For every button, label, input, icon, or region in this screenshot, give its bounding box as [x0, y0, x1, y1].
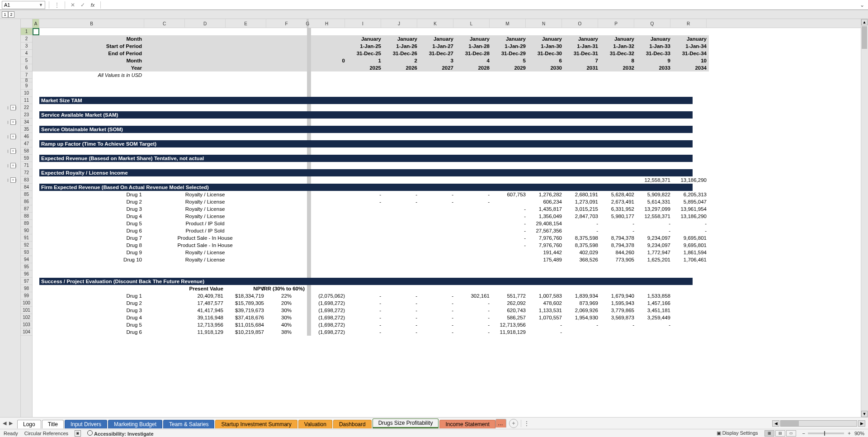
row-header-3[interactable]: 3	[21, 43, 32, 50]
row-header-58[interactable]: 58	[21, 147, 32, 155]
formula-expand-icon[interactable]: ⌄	[858, 2, 866, 8]
vertical-scrollbar[interactable]: ▲ ▼	[861, 19, 868, 417]
scroll-thumb[interactable]	[781, 421, 799, 426]
column-header-N[interactable]: N	[526, 19, 562, 28]
row-header-93[interactable]: 93	[21, 249, 32, 256]
name-box[interactable]: A1 ▼	[2, 1, 45, 9]
column-header-J[interactable]: J	[381, 19, 417, 28]
column-header-Q[interactable]: Q	[634, 19, 670, 28]
drug-name[interactable]: Drug 7	[39, 234, 144, 242]
row-header-84[interactable]: 84	[21, 184, 32, 191]
row-header-92[interactable]: 92	[21, 242, 32, 249]
scroll-track[interactable]	[780, 420, 857, 427]
horizontal-scrollbar[interactable]: ◀ ▶	[534, 420, 865, 427]
revenue-model[interactable]: Product Sale - In House	[185, 234, 226, 242]
drug-name[interactable]: Drug 5	[39, 220, 144, 227]
npv-value[interactable]: $39,719,673	[226, 307, 266, 314]
drug-name[interactable]: Drug 4	[39, 213, 144, 220]
outline-level-1[interactable]: 1	[2, 11, 8, 18]
row-header-98[interactable]: 98	[21, 285, 32, 292]
outline-expand-button[interactable]: +	[10, 148, 16, 154]
row-header-22[interactable]: 22	[21, 104, 32, 111]
irr-value[interactable]: 40%	[266, 321, 307, 328]
drug-name[interactable]: Drug 6	[39, 328, 144, 336]
view-normal-button[interactable]: ▦	[764, 430, 774, 437]
row-header-101[interactable]: 101	[21, 307, 32, 314]
irr-value[interactable]: 30%	[266, 314, 307, 321]
row-header-46[interactable]: 46	[21, 133, 32, 140]
column-header-L[interactable]: L	[453, 19, 490, 28]
sheet-nav-prev-icon[interactable]: ◀	[3, 420, 6, 426]
column-header-P[interactable]: P	[598, 19, 634, 28]
sheet-tab-startup-investment-summary[interactable]: Startup Investment Summary	[215, 420, 297, 428]
npv-value[interactable]: $37,418,676	[226, 314, 266, 321]
name-box-dropdown-icon[interactable]: ▼	[39, 3, 43, 7]
npv-value[interactable]: $18,334,719	[226, 292, 266, 299]
row-header-86[interactable]: 86	[21, 198, 32, 205]
row-header-89[interactable]: 89	[21, 220, 32, 227]
revenue-model[interactable]: Royalty / License	[185, 249, 226, 256]
column-header-I[interactable]: I	[345, 19, 381, 28]
present-value[interactable]: 41,417,945	[185, 307, 226, 314]
drug-name[interactable]: Drug 3	[39, 205, 144, 213]
irr-value[interactable]: 22%	[266, 292, 307, 299]
header-label[interactable]: Start of Period	[39, 43, 144, 50]
row-header-85[interactable]: 85	[21, 191, 32, 198]
outline-level-2[interactable]: 2	[8, 11, 14, 18]
sheet-tab-title[interactable]: Title	[42, 420, 64, 428]
row-header-91[interactable]: 91	[21, 234, 32, 242]
present-value[interactable]: 20,409,781	[185, 292, 226, 299]
add-sheet-button[interactable]: ＋	[509, 419, 518, 428]
header-label[interactable]: End of Period	[39, 50, 144, 57]
drug-name[interactable]: Drug 5	[39, 321, 144, 328]
display-settings[interactable]: ▣ Display Settings	[717, 430, 758, 436]
row-header-2[interactable]: 2	[21, 35, 32, 43]
present-value[interactable]: 12,713,956	[185, 321, 226, 328]
row-header-10[interactable]: 10	[21, 90, 32, 97]
header-label[interactable]: Month	[39, 35, 144, 43]
irr-value[interactable]: 30%	[266, 307, 307, 314]
accessibility-status[interactable]: Accessibility: Investigate	[87, 430, 154, 437]
row-header-1[interactable]: 1	[21, 28, 32, 35]
outline-expand-button[interactable]: +	[10, 105, 16, 110]
column-header-H[interactable]: H	[309, 19, 345, 28]
note-label[interactable]: All Values is in USD	[39, 71, 144, 79]
row-header-11[interactable]: 11	[21, 97, 32, 104]
drug-name[interactable]: Drug 9	[39, 249, 144, 256]
zoom-level[interactable]: 90%	[854, 431, 864, 436]
row-header-34[interactable]: 34	[21, 119, 32, 126]
row-header-94[interactable]: 94	[21, 256, 32, 263]
column-header-B[interactable]: B	[39, 19, 144, 28]
tab-menu-icon[interactable]: ⋮	[524, 420, 529, 427]
row-header-104[interactable]: 104	[21, 328, 32, 336]
scroll-up-icon[interactable]: ▲	[861, 19, 868, 25]
zoom-slider[interactable]	[808, 432, 844, 434]
revenue-model[interactable]: Product / IP Sold	[185, 227, 226, 234]
present-value[interactable]: 17,487,577	[185, 299, 226, 307]
scroll-thumb[interactable]	[862, 26, 867, 49]
header-label[interactable]: Month	[39, 57, 144, 64]
row-header-83[interactable]: 83	[21, 176, 32, 184]
row-header-90[interactable]: 90	[21, 227, 32, 234]
zoom-in-button[interactable]: ＋	[847, 430, 852, 437]
drug-name[interactable]: Drug 1	[39, 191, 144, 198]
drug-name[interactable]: Drug 1	[39, 292, 144, 299]
scroll-right-icon[interactable]: ▶	[858, 420, 865, 427]
column-header-E[interactable]: E	[226, 19, 266, 28]
sheet-tab-team-salaries[interactable]: Team & Salaries	[163, 420, 214, 428]
revenue-model[interactable]: Royalty / License	[185, 213, 226, 220]
row-header-97[interactable]: 97	[21, 278, 32, 285]
sheet-nav-next-icon[interactable]: ▶	[9, 420, 13, 426]
row-header-35[interactable]: 35	[21, 126, 32, 133]
row-header-95[interactable]: 95	[21, 263, 32, 271]
fx-icon[interactable]: fx	[89, 1, 97, 9]
sheet-tab-marketing-budget[interactable]: Marketing Budget	[108, 420, 162, 428]
drug-name[interactable]: Drug 3	[39, 307, 144, 314]
scroll-left-icon[interactable]: ◀	[772, 420, 779, 427]
enter-icon[interactable]: ✓	[79, 1, 87, 9]
present-value[interactable]: 11,918,129	[185, 328, 226, 336]
row-header-87[interactable]: 87	[21, 205, 32, 213]
row-header-47[interactable]: 47	[21, 140, 32, 147]
drug-name[interactable]: Drug 10	[39, 256, 144, 263]
drug-name[interactable]: Drug 2	[39, 299, 144, 307]
